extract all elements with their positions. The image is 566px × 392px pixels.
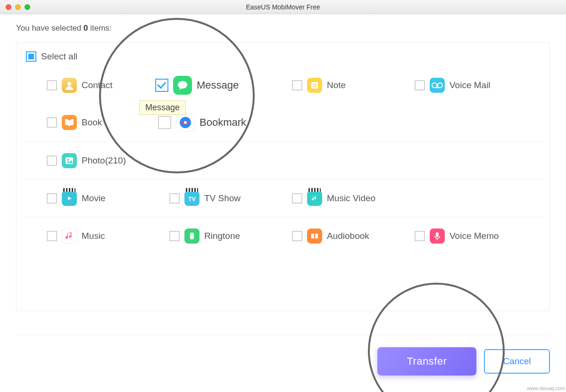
selection-summary: You have selected 0 items: (16, 24, 550, 33)
cancel-button[interactable]: Cancel (484, 349, 550, 374)
main-content: You have selected 0 items: Select all Co… (0, 14, 566, 392)
checkbox-photo[interactable] (47, 155, 57, 166)
tvshow-icon: TV (184, 191, 200, 206)
label-musicvideo: Music Video (327, 193, 375, 204)
svg-rect-2 (311, 82, 318, 89)
checkbox-ringtone[interactable] (169, 231, 180, 241)
message-icon (173, 76, 192, 95)
select-all-checkbox[interactable] (26, 51, 36, 62)
summary-prefix: You have selected (16, 24, 83, 33)
transfer-button[interactable]: Transfer (377, 347, 476, 376)
svg-point-5 (432, 83, 437, 88)
label-note: Note (327, 80, 346, 90)
svg-point-9 (184, 121, 187, 124)
checkbox-book[interactable] (47, 117, 57, 128)
audiobook-icon (307, 229, 322, 244)
voicememo-icon (430, 229, 445, 244)
zoom-window-icon[interactable] (25, 4, 30, 10)
book-icon (62, 115, 77, 130)
voicemail-icon (430, 78, 445, 93)
svg-rect-15 (436, 232, 439, 237)
label-music: Music (82, 231, 105, 241)
photo-icon (62, 153, 77, 168)
svg-point-14 (191, 238, 192, 239)
checkbox-tvshow[interactable] (169, 193, 180, 204)
label-movie: Movie (82, 193, 106, 204)
ringtone-icon (184, 229, 200, 244)
watermark: www.deuaq.com (527, 385, 565, 391)
svg-point-11 (67, 159, 69, 161)
svg-point-1 (178, 81, 187, 89)
checkbox-message[interactable] (155, 79, 168, 92)
label-ringtone: Ringtone (204, 231, 240, 241)
svg-point-0 (67, 82, 71, 86)
label-voicemail: Voice Mail (449, 80, 491, 90)
checkbox-bookmark[interactable] (158, 116, 171, 129)
note-icon (307, 78, 322, 93)
tooltip-message: Message (139, 100, 186, 115)
checkbox-musicvideo[interactable] (292, 193, 302, 204)
window-title: EaseUS MobiMover Free (0, 3, 566, 11)
bookmark-icon (176, 113, 195, 132)
movie-icon (62, 191, 77, 206)
label-tvshow: TV Show (204, 193, 241, 204)
checkbox-contact[interactable] (47, 80, 57, 90)
label-voicememo: Voice Memo (449, 231, 499, 241)
checkbox-voicememo[interactable] (415, 231, 425, 241)
svg-point-6 (438, 83, 442, 88)
close-window-icon[interactable] (6, 4, 11, 10)
checkbox-note[interactable] (292, 80, 302, 90)
label-audiobook: Audiobook (327, 231, 369, 241)
footer-actions: Transfer Cancel (16, 335, 550, 376)
checkbox-voicemail[interactable] (415, 80, 425, 90)
music-icon (62, 229, 77, 244)
minimize-window-icon[interactable] (15, 4, 21, 10)
label-contact: Contact (82, 80, 112, 90)
checkbox-music[interactable] (47, 231, 57, 241)
checkbox-movie[interactable] (47, 193, 57, 204)
label-photo: Photo(210) (82, 155, 126, 166)
label-message: Message (197, 79, 239, 91)
selection-panel: Select all Contact Message (16, 42, 550, 311)
summary-count: 0 (83, 24, 88, 33)
contact-icon (62, 78, 77, 93)
checkbox-audiobook[interactable] (292, 231, 302, 241)
select-all-label: Select all (41, 51, 77, 62)
title-bar: EaseUS MobiMover Free (0, 0, 566, 14)
label-book: Book (82, 117, 102, 128)
label-bookmark: Bookmark (200, 116, 246, 129)
musicvideo-icon (307, 191, 322, 206)
svg-marker-12 (68, 196, 72, 200)
summary-suffix: items: (88, 24, 112, 33)
